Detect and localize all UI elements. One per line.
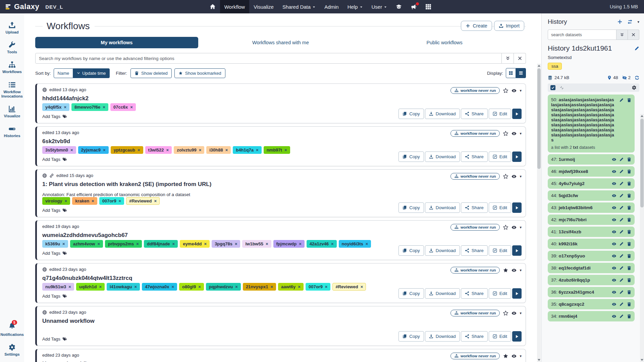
refresh-history-icon[interactable] (635, 75, 639, 80)
history-scrollbar[interactable] (640, 114, 644, 362)
run-workflow-button[interactable] (512, 288, 522, 299)
view-workflow-icon[interactable] (512, 174, 517, 179)
remove-tag-icon[interactable]: × (65, 198, 67, 203)
workflow-tag[interactable]: zolvztu99× (174, 146, 204, 154)
remove-tag-icon[interactable]: × (270, 284, 273, 289)
history-clear-search-button[interactable] (628, 29, 639, 40)
workflow-title[interactable]: hhdd1444afnjck2 (42, 95, 521, 102)
edit-history-icon[interactable] (634, 46, 639, 51)
run-workflow-button[interactable] (512, 202, 522, 213)
edit-dataset-icon[interactable] (619, 230, 624, 234)
remove-tag-icon[interactable]: × (68, 284, 71, 289)
advanced-search-button[interactable] (502, 53, 514, 64)
display-dataset-icon[interactable] (612, 302, 616, 307)
dataset-item[interactable]: 39: o17xnp5yuo (548, 251, 635, 261)
card-dropdown-caret-icon[interactable]: ▾ (520, 225, 522, 230)
sidebar-item-tools[interactable]: Tools (0, 38, 24, 58)
switch-history-icon[interactable] (627, 19, 633, 24)
workflow-tag[interactable]: 2yjxmac9× (78, 146, 109, 154)
add-tags-button[interactable]: Add Tags (42, 114, 67, 119)
remove-tag-icon[interactable]: × (325, 284, 328, 289)
delete-dataset-icon[interactable] (627, 254, 632, 258)
new-history-icon[interactable] (617, 19, 623, 24)
workflow-tag[interactable]: 07cc6x× (110, 103, 136, 111)
download-workflow-button[interactable]: Download (425, 331, 460, 342)
history-scrollbar-thumb[interactable] (640, 119, 644, 207)
card-dropdown-caret-icon[interactable]: ▾ (520, 174, 522, 179)
dataset-item[interactable]: 43: jeb1qtw83bitm6 (548, 202, 635, 213)
map-marker-icon[interactable] (607, 75, 612, 80)
sort-update-time-button[interactable]: Update time (73, 68, 110, 78)
workflow-tag[interactable]: 21nvyspx1× (243, 283, 276, 291)
nav-item-shared-data[interactable]: Shared Data (278, 0, 320, 13)
remove-tag-icon[interactable]: × (256, 147, 259, 153)
bookmark-star-icon[interactable] (503, 310, 508, 316)
tab-workflows-shared-with-me[interactable]: Workflows shared with me (199, 37, 362, 48)
copy-workflow-button[interactable]: Copy (398, 331, 424, 342)
workflow-tag[interactable]: y4q6f5x× (42, 103, 69, 111)
download-workflow-button[interactable]: Download (425, 109, 460, 119)
display-dataset-icon[interactable] (612, 290, 616, 295)
workflow-tag[interactable]: t3wl522× (145, 146, 172, 154)
delete-dataset-icon[interactable] (627, 218, 632, 222)
workflow-tag[interactable]: 8mewvo7f6e× (71, 103, 108, 111)
dataset-item[interactable]: 41: 13zslf4xzb (548, 227, 635, 237)
workflow-tag[interactable]: 47wjozna0x× (142, 283, 177, 291)
sidebar-item-workflow-invocations[interactable]: Workflow Invocations (0, 78, 24, 102)
workflow-title[interactable]: q71g4s0nubzk04t4qtw4lt13zztrcq (42, 275, 521, 282)
share-workflow-button[interactable]: Share (461, 109, 488, 119)
add-tags-button[interactable]: Add Tags (42, 208, 67, 213)
card-dropdown-caret-icon[interactable]: ▾ (520, 88, 522, 93)
main-scrollbar[interactable] (537, 64, 541, 362)
workflow-tag[interactable]: nmb97t× (264, 146, 290, 154)
remove-tag-icon[interactable]: × (130, 105, 133, 110)
add-tags-button[interactable]: Add Tags (42, 294, 67, 299)
workflow-tag[interactable]: fpjmcwdp× (273, 240, 305, 248)
remove-tag-icon[interactable]: × (331, 241, 334, 246)
download-workflow-button[interactable]: Download (425, 288, 460, 299)
edit-dataset-icon[interactable] (619, 278, 624, 283)
show-deleted-button[interactable]: Show deleted (130, 68, 172, 78)
delete-dataset-icon[interactable] (627, 266, 632, 270)
edit-dataset-icon[interactable] (619, 98, 624, 103)
remove-tag-icon[interactable]: × (235, 241, 237, 246)
card-dropdown-caret-icon[interactable]: ▾ (520, 311, 522, 315)
delete-dataset-icon[interactable] (627, 181, 632, 186)
copy-workflow-button[interactable]: Copy (398, 288, 424, 299)
workflow-tag[interactable]: eyme4dd× (180, 240, 210, 248)
dataset-item[interactable]: 38: eq1fecdgtaf1di (548, 263, 635, 273)
history-advanced-search-button[interactable] (616, 29, 628, 40)
edit-dataset-icon[interactable] (619, 157, 624, 162)
run-workflow-button[interactable] (512, 152, 522, 162)
bookmark-star-icon[interactable] (503, 131, 508, 136)
workflow-title[interactable]: 6sk2tvb9d (42, 138, 521, 145)
display-dataset-icon[interactable] (612, 230, 616, 234)
workflow-tag[interactable]: 42a1zv46× (307, 240, 337, 248)
display-dataset-icon[interactable] (612, 242, 616, 246)
view-workflow-icon[interactable] (512, 354, 517, 359)
view-workflow-icon[interactable] (512, 268, 517, 273)
select-all-checkbox[interactable] (550, 85, 555, 90)
download-workflow-button[interactable]: Download (425, 245, 460, 256)
remove-tag-icon[interactable]: × (99, 284, 102, 289)
tab-my-workflows[interactable]: My workflows (35, 37, 198, 48)
remove-tag-icon[interactable]: × (299, 241, 302, 246)
display-grid-button[interactable] (506, 68, 516, 78)
copy-workflow-button[interactable]: Copy (398, 245, 424, 256)
edit-dataset-icon[interactable] (619, 254, 624, 258)
bookmark-star-icon[interactable] (503, 267, 508, 273)
workflow-tag[interactable]: noyid6i3ts× (339, 240, 371, 248)
copy-workflow-button[interactable]: Copy (398, 152, 424, 162)
nav-item-user[interactable]: User (367, 0, 392, 13)
dataset-item[interactable]: 50: aslasjaslasjaslasjaslasjaslasjaslasj… (548, 95, 635, 153)
delete-dataset-icon[interactable] (627, 314, 632, 319)
remove-tag-icon[interactable]: × (103, 147, 106, 153)
edit-workflow-button[interactable]: Edit (489, 152, 511, 162)
remove-tag-icon[interactable]: × (92, 198, 94, 203)
scroll-down-arrow[interactable] (641, 359, 643, 361)
edit-workflow-button[interactable]: Edit (489, 245, 511, 256)
add-tags-button[interactable]: Add Tags (42, 251, 67, 256)
dataset-item[interactable]: 47: 1urmoij (548, 154, 635, 165)
workflow-tag[interactable]: 007or9× (99, 197, 124, 205)
remove-tag-icon[interactable]: × (97, 241, 100, 246)
